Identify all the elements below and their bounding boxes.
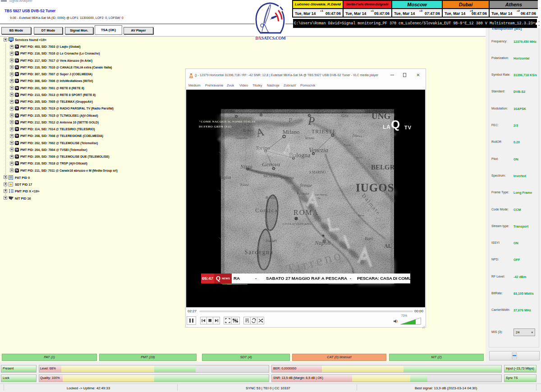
svg-text:DX: DX <box>256 36 262 40</box>
svg-text:SATCS.COM: SATCS.COM <box>261 36 285 40</box>
